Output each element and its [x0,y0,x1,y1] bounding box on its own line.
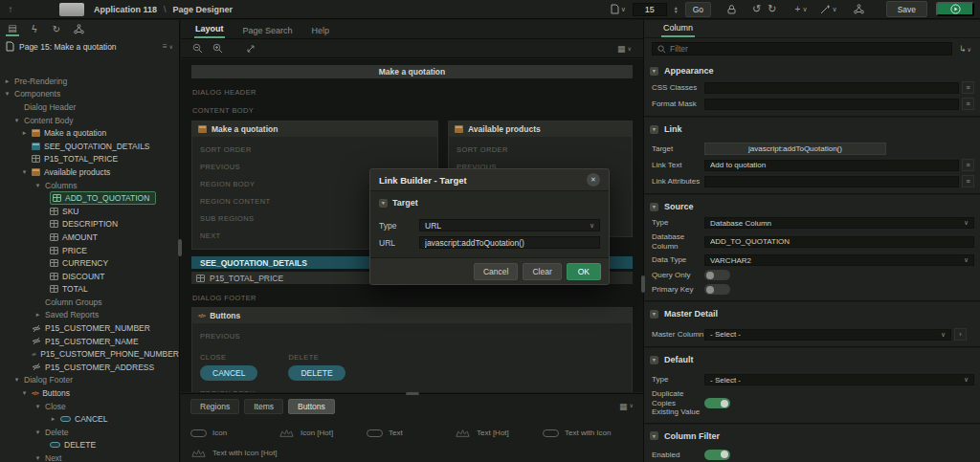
list-values-button[interactable]: ≡ [962,175,974,187]
gallery-item-icon[interactable]: Icon [190,423,278,443]
gallery-item-text-with-icon-hot[interactable]: Text with Icon [Hot] [190,443,334,462]
css-classes-input[interactable] [710,83,953,92]
tree-item-delete-button[interactable]: DELETE [0,439,179,452]
tree-menu-button[interactable]: ≡ ∨ [163,42,173,51]
tree-item-cancel-button[interactable]: ▸CANCEL [0,412,179,426]
gallery-menu-button[interactable]: ▦ ∨ [619,402,634,411]
tab-layout[interactable]: Layout [194,20,225,38]
tree-item-currency[interactable]: CURRENCY [0,256,179,270]
gallery-item-text-hot[interactable]: Text [Hot] [455,423,543,443]
link-text-input[interactable] [710,161,953,169]
layout-cancel-button[interactable]: CANCEL [200,365,257,381]
tree-item-price[interactable]: PRICE [0,244,179,257]
redo-button[interactable]: ↻ [768,3,776,15]
clear-button[interactable]: Clear [523,263,561,280]
database-column-input[interactable] [710,237,969,246]
layout-delete-button[interactable]: DELETE [288,365,345,381]
gallery-item-text-with-icon[interactable]: Text with Icon [543,423,631,443]
gallery-tab-items[interactable]: Items [244,399,283,414]
tree-item-customer-name[interactable]: P15_CUSTOMER_NAME [0,335,179,348]
go-button[interactable]: Go [685,2,711,17]
shared-components-icon[interactable] [854,4,864,14]
tree-item-dialog-header[interactable]: Dialog Header [0,100,179,114]
section-appearance[interactable]: ▾ Appearance [644,59,980,79]
gallery-item-icon-hot[interactable]: Icon [Hot] [278,423,367,443]
section-column-filter[interactable]: ▾ Column Filter [644,425,980,445]
target-section-header[interactable]: ▾ Target [379,198,600,208]
tree-item-customer-number[interactable]: P15_CUSTOMER_NUMBER [0,321,179,335]
goto-group-button[interactable]: ↳ ∨ [959,44,971,54]
gallery-tab-buttons[interactable]: Buttons [288,399,335,414]
tree-item-description[interactable]: DESCRIPTION [0,218,179,231]
primary-key-toggle[interactable] [704,284,730,295]
tree-item-discount[interactable]: DISCOUNT [0,270,179,283]
zoom-in-icon[interactable] [212,43,223,54]
query-only-toggle[interactable] [704,270,730,280]
tree-item-content-body[interactable]: ▾Content Body [0,114,179,127]
format-mask-input[interactable] [710,99,953,108]
tree-item-available-products[interactable]: ▾Available products [0,165,179,179]
tree-item-pre-rendering[interactable]: ▸Pre-Rendering [0,75,179,88]
tree-item-add-to-quotation[interactable]: ADD_TO_QUOTATION [0,191,179,205]
tree-item-amount[interactable]: AMOUNT [0,231,179,244]
default-type-select[interactable]: - Select - ∨ [704,374,974,385]
page-number-input[interactable] [633,3,667,16]
utilities-menu-button[interactable]: ∨ [820,5,837,14]
tree-item-components[interactable]: ▾Components [0,88,179,101]
tree-item-sku[interactable]: SKU [0,205,179,218]
layout-page-title[interactable]: Make a quotation [191,65,633,78]
cancel-button[interactable]: Cancel [474,263,518,280]
filter-enabled-toggle[interactable] [704,450,730,460]
tree-item-columns[interactable]: ▾Columns [0,179,179,192]
tab-rendering[interactable]: ▤ [6,22,19,36]
splitter-handle[interactable] [406,392,419,395]
tree-item-buttons-region[interactable]: ▾</>Buttons [0,386,179,400]
tree-item-column-groups[interactable]: Column Groups [0,296,179,309]
list-values-button[interactable]: ≡ [962,159,974,171]
section-master-detail[interactable]: ▾ Master Detail [644,302,980,322]
page-number-stepper[interactable]: ▲▼ [674,6,679,13]
section-default[interactable]: ▾ Default [644,348,980,368]
tree-item-dialog-footer[interactable]: ▾Dialog Footer [0,374,179,387]
tree-item-make-a-quotation[interactable]: ▸Make a quotation [0,126,179,140]
layout-menu-button[interactable]: ▦ ∨ [617,44,632,54]
ok-button[interactable]: OK [567,263,601,280]
expand-icon[interactable] [246,44,256,54]
close-icon[interactable]: ✕ [587,173,600,187]
tree-item-saved-reports[interactable]: ▸Saved Reports [0,309,179,322]
link-attributes-input[interactable] [710,177,953,186]
tree-item-customer-phone-number[interactable]: P15_CUSTOMER_PHONE_NUMBER [0,347,179,361]
left-splitter-handle[interactable] [178,239,182,256]
page-selector-button[interactable]: ∨ [611,4,626,14]
tree-item-total-price[interactable]: P15_TOTAL_PRICE [0,153,179,166]
undo-button[interactable]: ↺ [752,3,761,15]
duplicate-copies-toggle[interactable] [704,398,730,408]
gallery-item-text[interactable]: Text [367,423,455,443]
create-menu-button[interactable]: + ∨ [795,4,808,14]
tree-item-close-slot[interactable]: ▾Close [0,400,179,413]
tab-help[interactable]: Help [311,22,331,38]
tab-dynamic-actions[interactable]: ϟ [28,22,41,36]
tree-item-total[interactable]: TOTAL [0,283,179,297]
section-link[interactable]: ▾ Link [644,118,980,138]
tree-item-next-slot[interactable]: ▾Next [0,451,179,462]
right-splitter-handle[interactable] [641,275,645,293]
run-page-button[interactable] [936,2,974,16]
url-input[interactable] [425,238,594,248]
tab-shared-components[interactable] [72,22,85,36]
quick-pick-button[interactable]: › [954,328,967,341]
section-source[interactable]: ▾ Source [644,195,980,215]
tab-processing[interactable]: ↻ [50,22,63,36]
breadcrumb-application[interactable]: Application 118 [94,5,157,14]
tree-item-see-quotation-details[interactable]: SEE_QUOTATION_DETAILS [0,140,179,153]
list-values-button[interactable]: ≡ [962,98,974,110]
target-value-button[interactable]: javascript:addToQuotation() [704,143,886,155]
save-button[interactable]: Save [886,1,927,17]
region-buttons[interactable]: </> Buttons PREVIOUS CLOSE CANCEL DELETE… [191,307,633,392]
tree-item-customer-address[interactable]: P15_CUSTOMER_ADDRESS [0,361,179,374]
tab-page-search[interactable]: Page Search [242,22,294,38]
data-type-select[interactable]: VARCHAR2 ∨ [704,254,974,266]
list-values-button[interactable]: ≡ [962,81,974,94]
back-arrow-icon[interactable]: ↑ [0,4,21,14]
lock-icon[interactable] [727,5,736,14]
